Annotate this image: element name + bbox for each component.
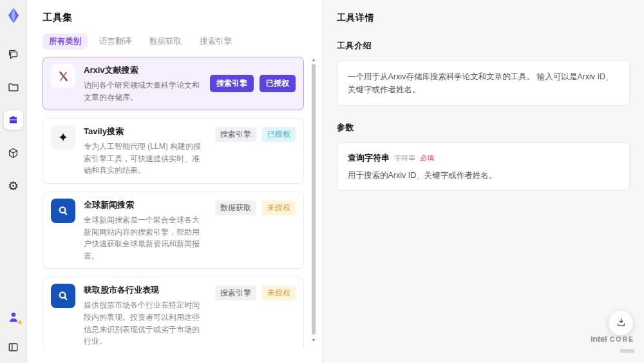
detail-title: 工具详情 bbox=[337, 12, 630, 24]
tool-list-panel: 工具集 所有类别语言翻译数据获取搜索引擎 Arxiv文献搜索 访问各个研究领域大… bbox=[27, 0, 322, 363]
category-badge: 搜索引擎 bbox=[210, 75, 254, 92]
chat-icon bbox=[7, 48, 19, 61]
tool-name: 获取股市各行业表现 bbox=[84, 284, 207, 296]
category-badge: 搜索引擎 bbox=[215, 127, 256, 142]
scrollbar-up-arrow[interactable]: ▲ bbox=[311, 57, 316, 63]
sidebar-item-chat[interactable] bbox=[4, 44, 23, 64]
param-required-tag: 必填 bbox=[420, 153, 434, 163]
tool-text: 全球新闻搜索 全球新闻搜索是一个聚合全球各大新闻网站内容的搜索引擎，帮助用户快速… bbox=[84, 199, 207, 262]
tab-category-3[interactable]: 搜索引擎 bbox=[193, 34, 238, 50]
tool-badges: 搜索引擎 未授权 bbox=[215, 284, 296, 347]
briefcase-icon bbox=[7, 114, 19, 126]
tool-detail-panel: 工具详情 工具介绍 一个用于从Arxiv存储库搜索科学论文和文章的工具。 输入可… bbox=[322, 0, 644, 363]
tool-card[interactable]: 全球新闻搜索 全球新闻搜索是一个聚合全球各大新闻网站内容的搜索引擎，帮助用户快速… bbox=[43, 191, 304, 269]
status-dot bbox=[18, 320, 22, 324]
param-card: 查询字符串 字符串 必填 用于搜索的Arxiv ID、关键字或作者姓名。 bbox=[337, 142, 630, 191]
auth-status-badge: 已授权 bbox=[262, 127, 296, 142]
tab-category-2[interactable]: 数据获取 bbox=[143, 34, 188, 50]
tool-list: Arxiv文献搜索 访问各个研究领域大量科学论文和文章的存储库。 搜索引擎 已授… bbox=[43, 57, 322, 348]
download-button[interactable] bbox=[609, 311, 633, 335]
intro-card: 一个用于从Arxiv存储库搜索科学论文和文章的工具。 输入可以是Arxiv ID… bbox=[337, 61, 630, 106]
category-tabs: 所有类别语言翻译数据获取搜索引擎 bbox=[43, 34, 322, 50]
tool-badges: 搜索引擎 已授权 bbox=[210, 75, 296, 92]
app-logo-icon bbox=[4, 6, 23, 25]
app-window: ⚙ 工具集 bbox=[0, 0, 644, 363]
auth-status-badge: 未授权 bbox=[262, 286, 296, 300]
param-name: 查询字符串 bbox=[348, 152, 390, 164]
sidebar-item-plugins[interactable] bbox=[4, 143, 23, 162]
tool-card[interactable]: 获取股市各行业表现 提供股票市场各个行业在特定时间段内的表现。投资者可以利用这些… bbox=[43, 277, 304, 348]
category-badge: 数据获取 bbox=[215, 201, 256, 215]
intel-core-logo: intel CORE bbox=[591, 333, 634, 355]
scrollbar-down-arrow[interactable]: ▼ bbox=[311, 337, 316, 344]
tab-category-0[interactable]: 所有类别 bbox=[43, 34, 88, 50]
gear-icon: ⚙ bbox=[8, 180, 19, 192]
param-head: 查询字符串 字符串 必填 bbox=[348, 152, 619, 164]
tool-text: Arxiv文献搜索 访问各个研究领域大量科学论文和文章的存储库。 bbox=[84, 64, 202, 103]
list-scrollbar[interactable]: ▲ ▼ bbox=[311, 57, 316, 362]
tool-description: 访问各个研究领域大量科学论文和文章的存储库。 bbox=[84, 79, 202, 103]
param-description: 用于搜索的Arxiv ID、关键字或作者姓名。 bbox=[348, 170, 619, 181]
intel-sub-mark bbox=[620, 349, 634, 353]
tool-name: Arxiv文献搜索 bbox=[84, 64, 202, 76]
tool-name: 全球新闻搜索 bbox=[84, 199, 207, 211]
auth-status-badge: 已授权 bbox=[260, 75, 296, 92]
folder-icon bbox=[7, 81, 19, 93]
tool-card[interactable]: ✦ Tavily搜索 专为人工智能代理 (LLM) 构建的搜索引擎工具，可快速提… bbox=[43, 118, 304, 184]
param-type: 字符串 bbox=[394, 153, 415, 163]
user-avatar[interactable] bbox=[4, 308, 23, 327]
tool-name: Tavily搜索 bbox=[84, 126, 207, 137]
tool-text: Tavily搜索 专为人工智能代理 (LLM) 构建的搜索引擎工具，可快速提供实… bbox=[84, 125, 207, 177]
intel-wordmark: intel bbox=[591, 334, 607, 344]
sidebar-item-files[interactable] bbox=[4, 77, 23, 97]
cube-icon bbox=[7, 147, 19, 159]
sidebar-nav: ⚙ bbox=[4, 44, 23, 195]
tool-badges: 数据获取 未授权 bbox=[215, 199, 296, 262]
tool-description: 专为人工智能代理 (LLM) 构建的搜索引擎工具，可快速提供实时、准确和真实的结… bbox=[84, 141, 207, 177]
sidebar-collapse-button[interactable] bbox=[4, 337, 23, 357]
auth-status-badge: 未授权 bbox=[262, 201, 296, 215]
news-icon bbox=[51, 199, 75, 223]
collapse-panel-icon bbox=[7, 341, 19, 353]
tool-card[interactable]: Arxiv文献搜索 访问各个研究领域大量科学论文和文章的存储库。 搜索引擎 已授… bbox=[43, 57, 304, 110]
sidebar-item-tools[interactable] bbox=[4, 110, 23, 130]
tab-category-1[interactable]: 语言翻译 bbox=[93, 34, 138, 50]
scrollbar-thumb[interactable] bbox=[312, 64, 316, 335]
sidebar-bottom bbox=[4, 308, 23, 357]
tool-description: 提供股票市场各个行业在特定时间段内的表现。投资者可以利用这些信息来识别表现优于或… bbox=[84, 299, 207, 347]
arxiv-icon bbox=[51, 64, 75, 88]
intro-text: 一个用于从Arxiv存储库搜索科学论文和文章的工具。 输入可以是Arxiv ID… bbox=[348, 70, 619, 96]
tavily-icon: ✦ bbox=[51, 125, 75, 150]
news-icon bbox=[51, 284, 75, 308]
download-icon bbox=[616, 317, 627, 330]
core-wordmark: CORE bbox=[610, 335, 634, 343]
params-heading: 参数 bbox=[337, 122, 630, 133]
sidebar-item-settings[interactable]: ⚙ bbox=[4, 176, 23, 195]
tool-badges: 搜索引擎 已授权 bbox=[215, 125, 296, 177]
tool-text: 获取股市各行业表现 提供股票市场各个行业在特定时间段内的表现。投资者可以利用这些… bbox=[84, 284, 207, 347]
page-title: 工具集 bbox=[43, 12, 322, 24]
category-badge: 搜索引擎 bbox=[215, 286, 256, 300]
user-avatar-icon bbox=[6, 310, 21, 324]
intro-heading: 工具介绍 bbox=[337, 40, 630, 52]
tool-description: 全球新闻搜索是一个聚合全球各大新闻网站内容的搜索引擎，帮助用户快速获取全球最新资… bbox=[84, 214, 207, 262]
sidebar: ⚙ bbox=[0, 0, 27, 363]
